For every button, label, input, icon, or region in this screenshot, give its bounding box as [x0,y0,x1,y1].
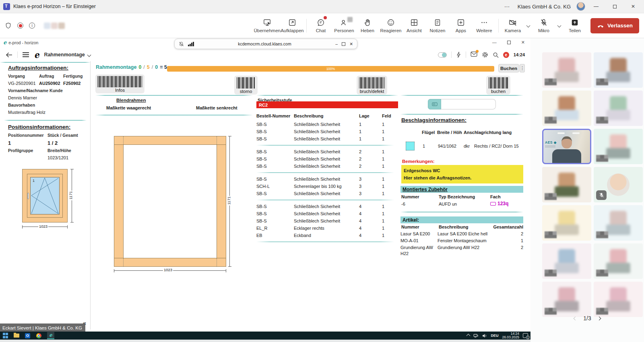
stueck-label: Stück / Gesamt [47,133,78,138]
tray-expand-icon[interactable] [466,334,471,338]
maximize-button[interactable] [607,0,622,13]
personen-button[interactable]: Personen [332,14,356,37]
teilen-button[interactable]: Teilen [563,14,586,37]
eprod-taskbar-icon[interactable]: e [47,332,54,339]
app-minimize-button[interactable]: — [492,40,497,45]
video-tile[interactable] [542,167,591,202]
barcode-scanner-icon[interactable] [428,99,441,109]
pill-close-button[interactable]: ✕ [349,41,353,46]
video-tile[interactable] [542,91,591,126]
bauvorhaben-label: Bauvorhaben [8,103,35,107]
close-button[interactable]: ✕ [625,0,641,13]
auftrag-link[interactable]: AU250902 [39,81,60,86]
fertigung-label: Fertigung [63,74,83,78]
fertigung-link[interactable]: F250902 [63,81,80,86]
keyboard-language[interactable]: DEU [491,334,498,338]
theme-toggle[interactable] [438,52,447,58]
barcode-card-storno[interactable]: storno [234,76,258,95]
teilen-label: Teilen [569,28,581,33]
video-tile[interactable] [594,282,643,317]
shield-icon[interactable] [5,22,12,29]
fluegel-value: 1 [423,144,425,148]
aufklappen-button[interactable]: Aufklappen [281,14,304,37]
menu-icon[interactable] [23,52,29,57]
user-avatar[interactable] [576,2,585,11]
bemerkungen-label: Bemerkungen: [402,159,435,164]
kamera-button[interactable]: Kamera [501,14,524,37]
titlebar-more-icon[interactable]: ⋯ [500,3,514,10]
mikro-button[interactable]: Mikro [532,14,555,37]
notification-center-icon[interactable]: 1 [523,333,528,338]
outlook-icon[interactable]: O [25,333,30,338]
barcode-image [359,77,385,89]
apps-button[interactable]: Apps [449,14,473,37]
video-tile[interactable] [542,282,591,317]
windows-taskbar: O e DEU 14:2426.03.2025 1 [0,332,530,340]
reagieren-button[interactable]: Reagieren [379,14,402,37]
ansicht-button[interactable]: Ansicht [402,14,426,37]
scan-input[interactable] [441,99,496,109]
verlassen-button[interactable]: Verlassen [590,18,639,33]
video-tile[interactable] [594,129,643,164]
chat-button[interactable]: Chat [309,14,332,37]
vorgang-value: VG-25020901 [8,81,36,86]
count-error: 0 [155,64,158,70]
fluegel-header: Flügel [422,130,435,135]
active-speaker-tile[interactable]: AES ◆ [542,129,591,164]
page-next-icon[interactable] [597,316,601,320]
notizen-button[interactable]: Notizen [426,14,449,37]
search-icon[interactable] [493,52,499,58]
anschlag-dir-value: dkr [464,144,470,148]
page-prev-icon[interactable] [574,316,578,320]
avatar-video-tile[interactable] [594,167,643,202]
ansicht-label: Ansicht [407,28,422,33]
pill-minimize-button[interactable]: – [335,41,338,46]
volume-icon[interactable] [482,334,487,338]
start-button-icon[interactable] [2,333,8,338]
blendrahmen-heading: Blendrahmen [116,98,146,103]
chat-notification-dot [324,16,327,19]
participant-name-blur [545,117,557,124]
buchen-button[interactable]: Buchen [498,64,519,72]
barcode-card-buchen[interactable]: buchen [486,76,510,95]
beschlag-heading: Beschlagsinformationen: [401,117,466,123]
video-tile[interactable] [542,205,591,241]
toolbar-separator [498,19,499,33]
network-icon[interactable] [473,334,479,338]
pill-restore-button[interactable] [342,42,345,46]
back-arrow-icon[interactable] [6,52,12,58]
video-tile[interactable] [594,52,643,88]
station-dropdown[interactable]: Rahmenmontage [44,52,90,58]
video-tile[interactable] [542,52,591,88]
gear-icon[interactable] [482,52,488,58]
sash-thumbnail[interactable] [406,142,415,150]
reagieren-label: Reagieren [380,28,401,33]
barcode-card-bruchdefekt[interactable]: bruch/defekt [357,76,387,95]
lightning-icon[interactable] [456,52,461,58]
minimize-button[interactable]: — [588,0,604,13]
uebernehmen-button[interactable]: Übernehmen [254,14,280,37]
mikro-chevron-icon[interactable] [557,24,561,28]
buchen-menu-button[interactable]: ⋮ [520,64,525,72]
weitere-button[interactable]: Weitere [473,14,496,37]
app-restore-button[interactable] [507,41,511,44]
video-tile[interactable] [594,243,643,279]
taskbar-clock[interactable]: 14:2426.03.2025 [502,332,519,339]
video-tile[interactable] [542,243,591,279]
app-close-button[interactable]: ✕ [521,40,525,45]
info-icon[interactable]: i [29,23,35,29]
masskette-waagerecht-label: Maßkette waagerecht [106,105,151,110]
video-tile[interactable] [594,205,643,241]
participant-name-blur [596,155,608,162]
record-e-icon[interactable]: e [503,52,509,58]
file-explorer-icon[interactable] [14,333,19,338]
barcode-card-Infos[interactable]: Infos [95,74,144,93]
chrome-icon[interactable] [36,333,41,338]
video-tile[interactable] [594,91,643,126]
station-dropdown-label: Rahmenmontage [44,52,85,58]
zubehoer-fach-value[interactable]: 123q [490,201,508,206]
kamera-chevron-icon[interactable] [526,24,530,28]
floating-url-bar[interactable]: kcdemocrm.cloud.klaes.com – ✕ [174,39,357,49]
heben-button[interactable]: Heben [356,14,379,37]
mail-icon[interactable] [471,51,477,58]
